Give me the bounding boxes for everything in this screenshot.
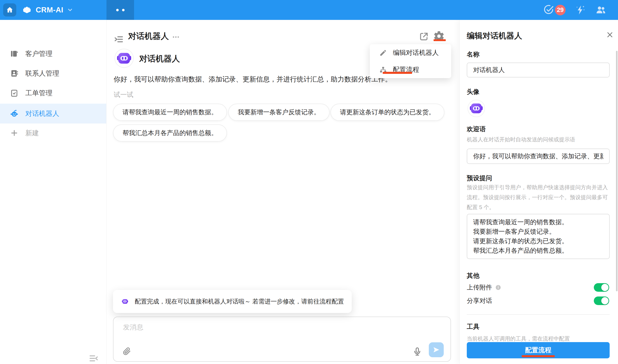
sidebar-item-chatbot[interactable]: 对话机器人 bbox=[0, 104, 106, 124]
tasks-check-icon[interactable] bbox=[543, 4, 554, 15]
magic-lightning-icon[interactable] bbox=[575, 4, 586, 15]
pencil-icon bbox=[379, 49, 387, 57]
avatar-label: 头像 bbox=[467, 88, 480, 96]
title-more-menu[interactable] bbox=[172, 33, 180, 41]
send-button[interactable] bbox=[429, 342, 444, 357]
gear-dropdown-menu: 编辑对话机器人 配置流程 bbox=[370, 44, 451, 78]
menu-item-edit-bot[interactable]: 编辑对话机器人 bbox=[370, 44, 451, 61]
page-title: 对话机器人 bbox=[128, 31, 169, 41]
panel-title: 编辑对话机器人 bbox=[467, 30, 522, 41]
configure-flow-button[interactable]: 配置流程 bbox=[467, 342, 610, 358]
attachment-icon[interactable] bbox=[122, 347, 131, 356]
name-input[interactable] bbox=[467, 63, 610, 78]
name-label: 名称 bbox=[467, 50, 480, 59]
tab-dot bbox=[116, 9, 119, 11]
users-icon[interactable] bbox=[595, 4, 606, 15]
upload-attachment-text: 上传附件 bbox=[467, 283, 492, 292]
share-conversation-text: 分享对话 bbox=[467, 297, 492, 305]
close-icon[interactable] bbox=[606, 31, 614, 39]
app-name: CRM-AI bbox=[36, 6, 63, 14]
topbar: CRM-AI 29 bbox=[0, 0, 618, 20]
welcome-label: 欢迎语 bbox=[467, 125, 486, 133]
preset-label: 预设提问 bbox=[467, 174, 492, 182]
clipboard-check-icon bbox=[10, 89, 18, 97]
bot-name: 对话机器人 bbox=[139, 54, 180, 64]
gear-highlight-underline bbox=[434, 39, 446, 41]
menu-highlight-underline bbox=[383, 72, 412, 74]
robot-icon bbox=[10, 109, 18, 118]
app-switcher[interactable]: CRM-AI bbox=[22, 0, 73, 20]
sidebar-item-tickets[interactable]: 工单管理 bbox=[0, 83, 106, 103]
notification-badge: 29 bbox=[555, 5, 565, 15]
configure-flow-label: 配置流程 bbox=[525, 346, 551, 355]
preset-questions-textarea[interactable]: 请帮我查询最近一周的销售数据。 我要新增一条客户反馈记录。 请更新这条订单的状态… bbox=[467, 214, 610, 259]
menu-item-configure-flow[interactable]: 配置流程 bbox=[370, 61, 451, 78]
toast-text: 配置完成，现在可以直接和机器人对话啦～ 若需进一步修改，请前往流程配置 bbox=[135, 297, 344, 306]
app-logo-icon bbox=[22, 5, 32, 15]
share-conversation-toggle[interactable] bbox=[594, 297, 609, 305]
toggle-knob bbox=[601, 284, 608, 291]
sidebar-item-customers[interactable]: 客户管理 bbox=[0, 44, 106, 64]
app-root: CRM-AI 29 bbox=[0, 0, 618, 364]
panel-divider bbox=[467, 314, 610, 315]
tab-dot bbox=[122, 9, 124, 11]
preset-help: 预设提问用于引导用户，帮助用户快速选择提问方向并进入流程。预设提问按行展示，一行… bbox=[467, 182, 610, 212]
upload-attachment-label: 上传附件 bbox=[467, 283, 501, 292]
try-label: 试一试 bbox=[114, 90, 133, 99]
contact-book-icon bbox=[10, 69, 18, 78]
menu-unfold-icon[interactable] bbox=[114, 34, 124, 44]
sidebar: 客户管理 联系人管理 工单管理 对话机器人 新建 bbox=[0, 20, 107, 364]
suggestion-chip[interactable]: 请帮我查询最近一周的销售数据。 bbox=[113, 104, 227, 121]
button-highlight-underline bbox=[522, 355, 555, 357]
more-apps-tab[interactable] bbox=[107, 0, 134, 20]
bot-mini-icon bbox=[121, 297, 129, 306]
info-icon[interactable] bbox=[495, 285, 501, 290]
home-icon bbox=[6, 6, 14, 14]
bot-avatar bbox=[114, 48, 134, 68]
chevron-down-icon bbox=[67, 7, 73, 13]
ledger-book-icon bbox=[10, 50, 18, 58]
message-input[interactable] bbox=[123, 321, 441, 333]
menu-fold-icon[interactable] bbox=[89, 353, 99, 363]
microphone-icon[interactable] bbox=[412, 347, 422, 356]
upload-attachment-toggle[interactable] bbox=[594, 283, 609, 292]
welcome-input[interactable] bbox=[467, 149, 610, 164]
open-external-icon[interactable] bbox=[418, 31, 429, 42]
other-section-label: 其他 bbox=[467, 272, 480, 280]
sidebar-new-label: 新建 bbox=[25, 129, 39, 138]
menu-item-label: 编辑对话机器人 bbox=[393, 48, 439, 57]
message-composer bbox=[113, 317, 451, 362]
home-button[interactable] bbox=[3, 3, 16, 16]
sidebar-item-label: 客户管理 bbox=[25, 49, 53, 58]
sidebar-item-label: 对话机器人 bbox=[25, 109, 59, 118]
sidebar-new-button[interactable]: 新建 bbox=[0, 123, 106, 143]
share-conversation-label: 分享对话 bbox=[467, 297, 492, 305]
avatar-picker[interactable] bbox=[467, 99, 485, 117]
tools-label: 工具 bbox=[467, 323, 480, 331]
toast-message: 配置完成，现在可以直接和机器人对话啦～ 若需进一步修改，请前往流程配置 bbox=[113, 290, 352, 313]
sidebar-item-contacts[interactable]: 联系人管理 bbox=[0, 64, 106, 83]
toggle-knob bbox=[601, 297, 608, 304]
suggestion-chip[interactable]: 我要新增一条客户反馈记录。 bbox=[228, 104, 330, 121]
panel-scrollbar[interactable] bbox=[616, 51, 618, 291]
welcome-help: 机器人在对话开始时自动发送的问候或提示语 bbox=[467, 135, 610, 144]
suggestion-chip[interactable]: 帮我汇总本月各产品的销售总额。 bbox=[113, 124, 227, 142]
suggestion-chip[interactable]: 请更新这条订单的状态为已发货。 bbox=[330, 104, 444, 121]
sidebar-item-label: 联系人管理 bbox=[25, 69, 59, 78]
edit-bot-panel: 编辑对话机器人 名称 头像 欢迎语 机器人在对话开始时自动发送的问候或提示语 预… bbox=[460, 20, 618, 364]
plus-icon bbox=[10, 129, 18, 137]
sidebar-item-label: 工单管理 bbox=[25, 89, 53, 98]
